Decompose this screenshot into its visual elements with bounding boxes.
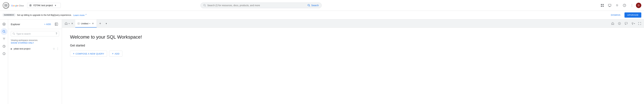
notification-button[interactable]: ① (614, 2, 620, 9)
editor-expand-button[interactable] (636, 20, 643, 26)
rail-pin-button[interactable] (1, 21, 8, 27)
tabs-bar: ▾ ✕ Untitled ▾ ✕ + ▾ (62, 19, 644, 28)
svg-line-9 (310, 6, 310, 6)
home-tab-chevron: ▾ (69, 23, 70, 24)
svg-line-7 (205, 6, 206, 6)
project-icon (29, 4, 32, 6)
pin-icon (2, 22, 6, 26)
search-bar-area: Search (200, 2, 322, 8)
svg-point-19 (4, 24, 4, 25)
sandbox-badge: SANDBOX (3, 13, 15, 16)
editor-home-button[interactable] (610, 20, 616, 26)
tab-more-button[interactable]: ▾ (104, 21, 109, 26)
tab-home[interactable]: ▾ ✕ (63, 19, 75, 27)
explorer-search-wrapper: ? (8, 29, 62, 38)
tab-chevron: ▾ (90, 23, 90, 24)
add-plus-icon: + (112, 52, 114, 55)
sandbox-bar-left: SANDBOX Set up billing to upgrade to the… (3, 13, 86, 16)
get-started-heading: Get started (70, 44, 636, 47)
project-selector[interactable]: YDTAK test project ▾ (27, 3, 61, 8)
svg-line-22 (4, 32, 5, 33)
bulb-icon (631, 22, 634, 25)
svg-text:Google Cloud: Google Cloud (11, 4, 24, 7)
collapse-explorer-button[interactable] (54, 21, 59, 27)
google-cloud-logo[interactable]: Google Cloud (11, 3, 24, 7)
search-button-label: Search (311, 4, 319, 7)
more-options-button[interactable]: ⋮ (628, 2, 635, 9)
chat-icon (625, 22, 628, 25)
svg-point-37 (619, 23, 620, 23)
notification-area: ① (614, 2, 620, 9)
external-link-icon: ↗ (85, 13, 86, 15)
add-data-button[interactable]: + ADD (109, 51, 122, 57)
svg-text:☆: ☆ (3, 53, 5, 55)
top-nav: Google Cloud YDTAK test project ▾ Search (0, 0, 644, 11)
explorer-add-button[interactable]: + ADD (43, 22, 52, 26)
explorer-title: Explorer (11, 23, 20, 26)
explorer-header: Explorer + ADD (8, 19, 62, 29)
tab-untitled-close-button[interactable]: ✕ (91, 22, 94, 25)
rail-star-button[interactable]: ☆ (1, 50, 8, 57)
svg-rect-38 (625, 22, 627, 24)
project-star-icon[interactable]: ☆ (53, 47, 55, 50)
filter-icon (2, 37, 6, 41)
editor-bulb-button[interactable]: ▾ (630, 20, 636, 26)
search-icon-inner (203, 4, 206, 7)
explorer-panel: Explorer + ADD ? (8, 19, 62, 104)
compose-query-label: COMPOSE A NEW QUERY (76, 53, 104, 55)
dismiss-button[interactable]: DISMISS (609, 13, 622, 17)
history-icon (2, 45, 6, 48)
svg-text:?: ? (624, 4, 625, 7)
editor-chat-button[interactable] (623, 20, 629, 26)
home-tab-close-button[interactable]: ✕ (70, 22, 74, 25)
svg-rect-29 (55, 23, 58, 25)
monitor-button[interactable] (606, 2, 613, 9)
search-button[interactable]: Search (308, 4, 319, 7)
svg-point-5 (30, 5, 31, 6)
nav-right-icons: ① ? ⋮ D (599, 2, 641, 9)
rail-history-button[interactable] (1, 43, 8, 50)
home-tab-icon (65, 22, 68, 25)
search-button-icon (308, 4, 310, 7)
rail-filter-button[interactable] (1, 36, 8, 42)
learn-more-link[interactable]: Learn more ↗ (74, 13, 86, 16)
help-icon: ? (623, 4, 626, 7)
tabs-right: ▾ (610, 20, 643, 26)
help-button[interactable]: ? (621, 2, 628, 9)
query-tab-icon (77, 22, 80, 25)
upgrade-button[interactable]: UPGRADE (624, 12, 641, 18)
bulb-chevron: ▾ (634, 23, 635, 24)
sandbox-bar-right: DISMISS UPGRADE (609, 12, 641, 18)
action-buttons: + COMPOSE A NEW QUERY + ADD (70, 51, 636, 57)
expand-project-icon: ▶ (11, 48, 12, 50)
project-tree-item[interactable]: ▶ ydtak-test-project ☆ ⋮ (8, 46, 62, 51)
icon-rail: ☆ (0, 19, 8, 104)
explorer-search-icon (12, 32, 15, 35)
workspace-title: Welcome to your SQL Workspace! (70, 34, 636, 40)
svg-line-32 (14, 34, 15, 35)
more-vertical-icon: ⋮ (630, 3, 634, 7)
rail-search-button[interactable] (1, 28, 8, 35)
search-bar: Search (200, 2, 322, 8)
workspace-viewing-text: Viewing workspace resources. (11, 39, 59, 41)
hamburger-menu-button[interactable] (3, 2, 9, 8)
search-help-icon[interactable]: ? (56, 32, 57, 35)
apps-grid-button[interactable] (599, 2, 606, 9)
project-chevron-icon: ▾ (55, 4, 56, 7)
explorer-search-input[interactable] (16, 32, 54, 35)
editor-home-icon (611, 22, 614, 25)
new-tab-button[interactable]: + (98, 21, 103, 26)
editor-info-button[interactable] (616, 20, 622, 26)
project-name: YDTAK test project (33, 4, 53, 7)
search-input[interactable] (207, 4, 306, 7)
show-starred-button[interactable]: SHOW STARRED ONLY (11, 42, 34, 44)
avatar[interactable]: D (636, 3, 641, 8)
workspace-info: Viewing workspace resources. SHOW STARRE… (8, 38, 62, 45)
tab-untitled[interactable]: Untitled ▾ ✕ (75, 19, 97, 27)
svg-rect-12 (601, 6, 602, 7)
project-more-icon[interactable]: ⋮ (56, 47, 59, 50)
rail-search-icon (2, 30, 6, 33)
svg-rect-14 (608, 4, 611, 6)
compose-query-button[interactable]: + COMPOSE A NEW QUERY (70, 51, 107, 57)
info-icon (618, 22, 621, 25)
